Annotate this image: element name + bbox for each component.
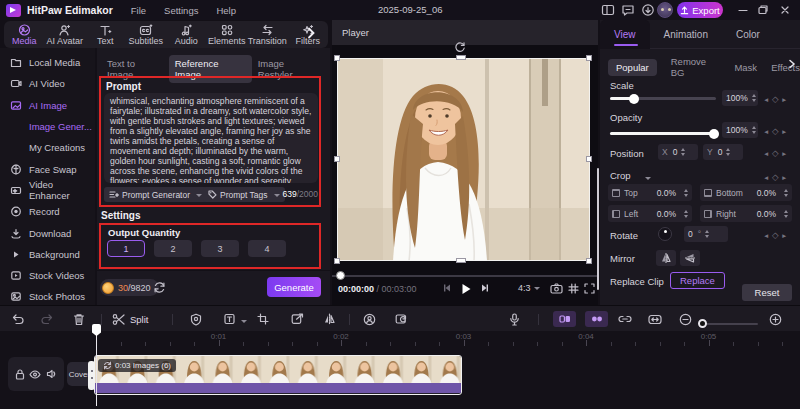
generate-button[interactable]: Generate (267, 277, 321, 297)
rotate-value-input[interactable]: 0° (684, 226, 728, 242)
ribbon-tab-subtitles[interactable]: Subtitles (126, 23, 167, 46)
rotate-dial[interactable] (658, 227, 672, 241)
seek-bar[interactable] (332, 275, 598, 277)
mirror-tool-icon[interactable] (322, 312, 336, 326)
undo-icon[interactable] (10, 312, 24, 326)
crop-left-input[interactable]: Left 0.0% (608, 205, 692, 222)
menu-file[interactable]: File (131, 5, 146, 16)
tab-text-to-image[interactable]: Text to Image (101, 55, 169, 83)
timeline-zoom-knob[interactable] (698, 319, 707, 328)
sidebar-item-stock-videos[interactable]: Stock Videos (0, 265, 95, 286)
previous-frame-button[interactable] (442, 283, 452, 293)
position-y-input[interactable]: Y0 (703, 144, 743, 160)
rotate-keyframe-controls[interactable]: ◄◇► (763, 230, 787, 240)
tab-animation[interactable]: Animation (650, 20, 722, 49)
track-mute-icon[interactable] (46, 369, 57, 379)
selection-handle-mid-right[interactable] (586, 156, 592, 162)
timeline-clip[interactable]: 0:03 Images (6) (94, 355, 462, 395)
play-button[interactable] (460, 283, 472, 295)
sidebar-item-ai-video[interactable]: AI Video (0, 73, 95, 94)
scale-slider[interactable] (610, 97, 716, 100)
ribbon-tab-elements[interactable]: Elements (207, 23, 248, 46)
split-button[interactable]: Split (130, 314, 148, 325)
sidebar-item-video-enhancer[interactable]: Video Enhancer (0, 180, 95, 201)
prompt-textarea[interactable]: whimsical, enchanting atmosphere reminis… (104, 93, 318, 183)
sidebar-item-my-creations[interactable]: My Creations (0, 137, 95, 158)
fit-timeline-icon[interactable] (648, 312, 662, 326)
subtab-mask[interactable]: Mask (734, 62, 757, 73)
aspect-ratio-select[interactable]: 4:3 (518, 283, 540, 293)
zoom-in-icon[interactable] (768, 312, 782, 326)
selection-handle-bottom-left[interactable] (334, 258, 340, 264)
chevron-down-icon[interactable] (241, 320, 247, 326)
subtabs-more-chevron[interactable] (788, 59, 796, 69)
next-frame-button[interactable] (480, 283, 490, 293)
tab-reference-image[interactable]: Reference Image (169, 55, 252, 83)
scale-value-input[interactable]: 100% (722, 90, 758, 106)
export-button[interactable]: Export (677, 2, 723, 18)
snapshot-icon[interactable] (550, 283, 563, 294)
inspector-scrollbar[interactable] (597, 168, 599, 290)
ribbon-tab-media[interactable]: Media (4, 23, 45, 46)
auto-ripple-toggle[interactable] (585, 311, 608, 327)
selection-handle-mid-left[interactable] (334, 156, 340, 162)
crop-keyframe-controls[interactable]: ◄◇► (763, 172, 787, 182)
seek-knob[interactable] (336, 271, 345, 280)
quantity-option-2[interactable]: 2 (154, 240, 192, 257)
crop-tool-icon[interactable] (256, 312, 270, 326)
layout-panels-icon[interactable] (601, 3, 615, 17)
feedback-icon[interactable] (621, 3, 635, 17)
quantity-option-3[interactable]: 3 (201, 240, 239, 257)
rotate-handle-icon[interactable] (454, 41, 466, 53)
selection-handle-top-center[interactable] (456, 55, 466, 60)
flip-vertical-button[interactable] (680, 250, 700, 266)
crop-top-input[interactable]: Top 0.0% (608, 184, 692, 201)
fullscreen-icon[interactable] (584, 283, 595, 294)
restore-window-button[interactable] (756, 3, 770, 17)
selection-handle-bottom-right[interactable] (586, 258, 592, 264)
quantity-option-4[interactable]: 4 (248, 240, 286, 257)
zoom-out-icon[interactable] (678, 312, 692, 326)
mask-shield-icon[interactable] (189, 312, 203, 326)
reset-button[interactable]: Reset (742, 284, 792, 301)
update-download-icon[interactable] (641, 3, 655, 17)
record-voiceover-icon[interactable] (507, 312, 521, 326)
avatar-tool-icon[interactable] (362, 312, 376, 326)
tab-view[interactable]: View (600, 20, 650, 49)
ribbon-tab-ai-avatar[interactable]: AI Avatar (45, 23, 86, 46)
crop-collapse-chevron[interactable] (645, 177, 651, 183)
track-visibility-icon[interactable] (29, 370, 41, 379)
tab-color[interactable]: Color (722, 20, 774, 49)
magnet-snap-toggle[interactable] (553, 311, 576, 327)
redo-icon[interactable] (40, 312, 54, 326)
selection-handle-bottom-center[interactable] (456, 258, 466, 263)
replace-button[interactable]: Replace (670, 272, 725, 289)
prompt-tags-button[interactable]: Prompt Tags (203, 187, 285, 202)
selection-handle-top-left[interactable] (334, 55, 340, 61)
link-clips-icon[interactable] (618, 312, 632, 326)
opacity-value-input[interactable]: 100% (722, 122, 758, 138)
quantity-option-1[interactable]: 1 (107, 240, 145, 257)
crop-bottom-input[interactable]: Bottom 0.0% (700, 184, 792, 201)
split-scissors-icon[interactable] (112, 312, 126, 326)
flip-horizontal-button[interactable] (656, 250, 676, 266)
subtab-remove-bg[interactable]: Remove BG (671, 56, 721, 78)
menu-help[interactable]: Help (216, 5, 236, 16)
sidebar-item-local-media[interactable]: Local Media (0, 52, 95, 73)
sidebar-item-ai-image[interactable]: AI Image (0, 95, 95, 116)
track-lock-icon[interactable] (15, 369, 25, 380)
ribbon-tab-audio[interactable]: Audio (166, 23, 207, 46)
sidebar-item-download[interactable]: Download (0, 222, 95, 243)
ribbon-tab-transition[interactable]: Transition (247, 23, 288, 46)
refresh-credits-icon[interactable] (153, 281, 166, 294)
timeline-zoom-slider[interactable] (700, 323, 758, 325)
sidebar-item-background[interactable]: Background (0, 244, 95, 265)
selection-handle-top-right[interactable] (586, 55, 592, 61)
grid-overlay-icon[interactable] (568, 283, 579, 294)
export-frame-icon[interactable] (290, 312, 304, 326)
sidebar-item-face-swap[interactable]: Face Swap (0, 158, 95, 179)
ribbon-more-chevron[interactable] (306, 26, 316, 40)
sidebar-item-record[interactable]: Record (0, 201, 95, 222)
opacity-keyframe-controls[interactable]: ◄◇► (763, 126, 787, 136)
position-keyframe-controls[interactable]: ◄◇► (763, 148, 787, 158)
